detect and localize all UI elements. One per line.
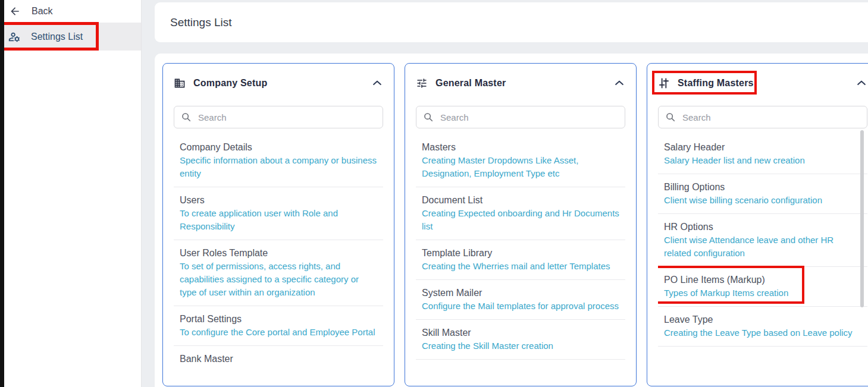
page-title: Settings List <box>170 16 232 29</box>
settings-list-item[interactable]: Users To create application user with Ro… <box>174 187 383 240</box>
item-title: Document List <box>422 194 619 207</box>
item-title: Leave Type <box>664 313 861 326</box>
back-button[interactable]: Back <box>4 0 141 23</box>
item-title: Bank Master <box>180 353 377 366</box>
item-description: Types of Markup Items creation <box>664 287 861 300</box>
settings-list-item[interactable]: Skill Master Creating the Skill Master c… <box>416 320 625 360</box>
chevron-up-icon <box>613 77 625 89</box>
settings-list-item[interactable]: Bank Master <box>174 346 383 371</box>
chevron-up-icon <box>856 77 867 89</box>
settings-list-item[interactable]: Portal Settings To configure the Core po… <box>174 306 383 346</box>
content-panel: Company Setup Company Details Specific i… <box>155 54 868 387</box>
item-description: To create application user with Role and… <box>180 207 377 233</box>
item-description: To configure the Core portal and Employe… <box>180 326 377 339</box>
item-description: Client wise Attendance leave and other H… <box>664 234 861 260</box>
tune-icon <box>416 77 428 89</box>
search-icon <box>181 112 192 125</box>
settings-list-item[interactable]: Salary Header Salary Header list and new… <box>658 134 867 174</box>
search-input[interactable] <box>658 106 867 128</box>
item-description: Client wise billing scenario configurati… <box>664 194 861 207</box>
search-input[interactable] <box>416 106 625 128</box>
item-description: Creating the Leave Type based on Leave p… <box>664 326 861 339</box>
item-title: Billing Options <box>664 181 861 194</box>
collapse-button[interactable] <box>371 77 383 89</box>
item-title: Skill Master <box>422 326 619 339</box>
sidebar: Back Settings List <box>0 0 142 387</box>
chevron-up-icon <box>371 77 383 89</box>
settings-list-item[interactable]: Company Details Specific information abo… <box>174 134 383 187</box>
settings-list-item[interactable]: Billing Options Client wise billing scen… <box>658 174 867 214</box>
main-area: Settings List Company Setup Company Deta… <box>142 0 868 387</box>
search-icon <box>665 112 676 125</box>
building-icon <box>174 77 186 89</box>
item-title: Template Library <box>422 247 619 260</box>
item-description: Creating Expected onboarding and Hr Docu… <box>422 207 619 233</box>
page-header: Settings List <box>155 2 868 42</box>
card-items: Salary Header Salary Header list and new… <box>658 134 867 371</box>
item-description: Creating the Skill Master creation <box>422 339 619 353</box>
settings-list-item[interactable]: Template Library Creating the Wherries m… <box>416 240 625 280</box>
settings-list-item[interactable]: User Roles Template To set of permission… <box>174 240 383 306</box>
item-title: Salary Header <box>664 141 861 154</box>
settings-card: Company Setup Company Details Specific i… <box>162 63 394 386</box>
sidebar-item-settings-list[interactable]: Settings List <box>4 23 141 51</box>
user-settings-icon <box>8 30 21 43</box>
card-header[interactable]: Staffing Masters <box>658 64 867 90</box>
card-items: Masters Creating Master Dropdowns Like A… <box>416 134 625 371</box>
item-title: HR Options <box>664 221 861 234</box>
sidebar-item-label: Settings List <box>31 32 83 42</box>
search-field <box>174 106 383 128</box>
item-description: Salary Header list and new creation <box>664 154 861 167</box>
item-title: PO Line Items (Markup) <box>664 273 861 287</box>
card-title: Company Setup <box>193 78 267 89</box>
item-title: Portal Settings <box>180 313 377 326</box>
search-icon <box>423 112 434 125</box>
item-title: User Roles Template <box>180 247 377 260</box>
card-header[interactable]: General Master <box>416 64 625 90</box>
collapse-button[interactable] <box>856 77 867 89</box>
item-description: Configure the Mail templates for approva… <box>422 300 619 313</box>
card-header[interactable]: Company Setup <box>174 64 383 90</box>
arrow-left-icon <box>9 5 21 17</box>
search-field <box>416 106 625 128</box>
settings-list-item[interactable]: Document List Creating Expected onboardi… <box>416 187 625 240</box>
settings-list-item[interactable]: Leave Type Creating the Leave Type based… <box>658 307 867 347</box>
settings-list-item[interactable]: System Mailer Configure the Mail templat… <box>416 280 625 320</box>
cards-row: Company Setup Company Details Specific i… <box>162 63 868 386</box>
item-title: Users <box>180 194 377 207</box>
search-input[interactable] <box>174 106 383 128</box>
settings-list-item[interactable]: PO Line Items (Markup) Types of Markup I… <box>658 267 867 307</box>
back-label: Back <box>32 6 53 17</box>
card-title: General Master <box>435 78 506 89</box>
card-items: Company Details Specific information abo… <box>174 134 383 371</box>
card-title: Staffing Masters <box>678 78 754 89</box>
item-title: Masters <box>422 141 619 154</box>
settings-card: Staffing Masters Salary Header Salary He… <box>647 63 868 386</box>
settings-list-item[interactable]: Masters Creating Master Dropdowns Like A… <box>416 134 625 187</box>
item-description: Creating the Wherries mail and letter Te… <box>422 260 619 273</box>
settings-list-item[interactable]: HR Options Client wise Attendance leave … <box>658 214 867 267</box>
settings-card: General Master Masters Creating Master D… <box>405 63 637 386</box>
search-field <box>658 106 867 128</box>
collapse-button[interactable] <box>613 77 625 89</box>
window-edge-strip <box>0 0 4 387</box>
item-description: Specific information about a company or … <box>180 154 377 180</box>
item-description: To set of permissions, access rights, an… <box>180 260 377 299</box>
item-title: Company Details <box>180 141 377 154</box>
vertical-sliders-icon <box>658 77 670 89</box>
item-title: System Mailer <box>422 287 619 300</box>
scrollbar-thumb[interactable] <box>860 130 864 307</box>
item-description: Creating Master Dropdowns Like Asset, De… <box>422 154 619 180</box>
